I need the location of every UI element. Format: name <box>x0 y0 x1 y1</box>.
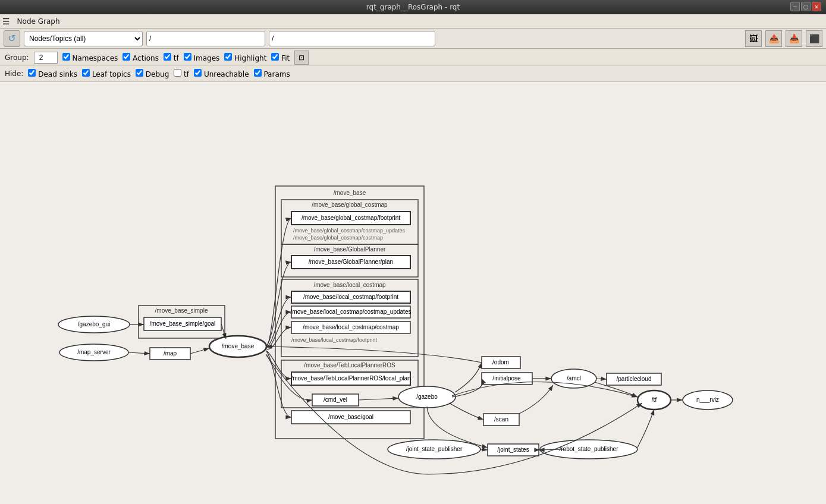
move-base-container-label: /move_base <box>334 190 366 196</box>
edge-amcl-particle <box>596 379 607 379</box>
tf2-checkbox[interactable] <box>174 69 181 77</box>
global-costmap-footprint-text: /move_base/global_costmap/footprint <box>301 215 400 221</box>
menubar: ☰ Node Graph <box>0 14 826 29</box>
minimize-button[interactable]: − <box>790 2 800 11</box>
filter1-input[interactable] <box>146 31 265 46</box>
filter2-input[interactable] <box>269 31 435 46</box>
dead-sinks-label[interactable]: Dead sinks <box>28 69 77 78</box>
leaf-topics-label[interactable]: Leaf topics <box>82 69 131 78</box>
titlebar: rqt_graph__RosGraph - rqt − ○ × <box>0 0 826 14</box>
map-text: /map <box>164 350 177 357</box>
actions-checkbox-label[interactable]: Actions <box>123 53 159 62</box>
refresh-button[interactable]: ↺ <box>4 30 20 47</box>
tf-checkbox-label[interactable]: tf <box>164 53 179 62</box>
edge-gazebo-odom <box>455 363 482 392</box>
edge-mb-teb-plan <box>266 351 291 379</box>
svg-text:/move_base/local_costmap/footp: /move_base/local_costmap/footprint <box>291 337 378 343</box>
app-icon: ☰ <box>2 17 10 26</box>
rviz-text: n___rviz <box>696 396 719 403</box>
gazebo-text: /gazebo <box>416 393 438 400</box>
save-screenshot-button[interactable]: 🖼 <box>745 30 762 47</box>
close-button[interactable]: × <box>812 2 821 11</box>
joint-states-text: /joint_states <box>497 446 529 453</box>
cmd-vel-text: /cmd_vel <box>324 396 347 403</box>
topic-dropdown[interactable]: Nodes/Topics (all) Nodes only Topics onl… <box>24 31 143 46</box>
joint-state-publisher-text: /joint_state_publisher <box>406 446 463 452</box>
import-button[interactable]: 📥 <box>786 30 802 47</box>
images-checkbox-label[interactable]: Images <box>184 53 220 62</box>
debug-label[interactable]: Debug <box>136 69 169 78</box>
edge-map-server-map <box>128 352 150 354</box>
titlebar-controls[interactable]: − ○ × <box>790 2 821 11</box>
local-costmap-updates-text: /move_base/local_costmap/costmap_updates <box>291 308 412 315</box>
local-costmap-footprint-text: /move_base/local_costmap/footprint <box>303 294 398 300</box>
images-checkbox[interactable] <box>184 53 191 61</box>
toolbar: ↺ Nodes/Topics (all) Nodes only Topics o… <box>0 29 826 49</box>
group-input[interactable] <box>34 52 58 64</box>
unreachable-label[interactable]: Unreachable <box>194 69 249 78</box>
maximize-button[interactable]: ○ <box>801 2 811 11</box>
edge-jspub-jstates <box>480 449 488 450</box>
namespaces-checkbox[interactable] <box>62 53 70 61</box>
highlight-checkbox[interactable] <box>224 53 232 61</box>
scan-text: /scan <box>494 416 508 423</box>
global-planner-plan-text: /move_base/GlobalPlanner/plan <box>309 259 393 265</box>
svg-text:/move_base/global_costmap/cost: /move_base/global_costmap/costmap_update… <box>293 228 406 234</box>
particlecloud-text: /particlecloud <box>617 376 652 382</box>
tf-text: /tf <box>652 396 657 403</box>
tf-checkbox[interactable] <box>164 53 171 61</box>
namespaces-checkbox-label[interactable]: Namespaces <box>62 53 118 62</box>
edge-scan-amcl <box>519 385 553 414</box>
global-planner-label: /move_base/GlobalPlanner <box>314 246 386 253</box>
dead-sinks-checkbox[interactable] <box>28 69 36 77</box>
graph-area[interactable]: /move_base /move_base/global_costmap /mo… <box>0 82 826 504</box>
group-label: Group: <box>5 53 29 62</box>
controls-row2: Hide: Dead sinks Leaf topics Debug tf Un… <box>0 65 826 82</box>
menu-node-graph[interactable]: Node Graph <box>12 16 65 27</box>
fit-checkbox[interactable] <box>271 53 279 61</box>
params-label[interactable]: Params <box>254 69 290 78</box>
settings-button[interactable]: ⬛ <box>806 30 822 47</box>
fit-button[interactable]: ⊡ <box>294 51 309 65</box>
title-text: rqt_graph__RosGraph - rqt <box>366 3 460 11</box>
robot-state-publisher-text: /robot_state_publisher <box>560 446 619 452</box>
highlight-checkbox-label[interactable]: Highlight <box>224 53 266 62</box>
odom-text: /odom <box>492 359 509 366</box>
edge-gazebo-scan <box>449 403 483 420</box>
hide-label: Hide: <box>5 70 23 78</box>
debug-checkbox[interactable] <box>136 69 143 77</box>
local-costmap-costmap-text: /move_base/local_costmap/costmap <box>303 324 399 330</box>
unreachable-checkbox[interactable] <box>194 69 202 77</box>
params-checkbox[interactable] <box>254 69 262 77</box>
move-base-simple-goal-text: /move_base_simple/goal <box>150 320 216 327</box>
teb-local-plan-text: /move_base/TebLocalPlannerROS/local_plan <box>291 375 410 382</box>
local-costmap-label: /move_base/local_costmap <box>313 282 386 288</box>
export-button[interactable]: 📤 <box>765 30 782 47</box>
teb-planner-label: /move_base/TebLocalPlannerROS <box>304 362 395 368</box>
move-base-simple-label-text: /move_base_simple <box>155 307 208 314</box>
controls-row1: Group: Namespaces Actions tf Images High… <box>0 49 826 65</box>
actions-checkbox[interactable] <box>123 53 130 61</box>
svg-text:/move_base/global_costmap/cost: /move_base/global_costmap/costmap <box>293 235 383 241</box>
edge-robot-state-tf <box>637 410 654 448</box>
global-costmap-label: /move_base/global_costmap <box>312 201 388 208</box>
gazebo-gui-text: /gazebo_gui <box>78 321 111 327</box>
edge-mb-global-plan <box>266 262 291 345</box>
initialpose-text: /initialpose <box>492 375 521 382</box>
edge-map-move-base <box>190 348 209 354</box>
graph-svg: /move_base /move_base/global_costmap /mo… <box>0 82 826 504</box>
leaf-topics-checkbox[interactable] <box>82 69 90 77</box>
fit-checkbox-label[interactable]: Fit <box>271 53 290 62</box>
map-server-text: /map_server <box>77 349 111 355</box>
move-base-text: /move_base <box>222 343 255 349</box>
amcl-text: /amcl <box>567 375 581 382</box>
move-base-goal-text: /move_base/goal <box>328 414 373 420</box>
edge-cmdvel-gazebo <box>359 398 398 400</box>
tf2-label[interactable]: tf <box>174 69 189 78</box>
